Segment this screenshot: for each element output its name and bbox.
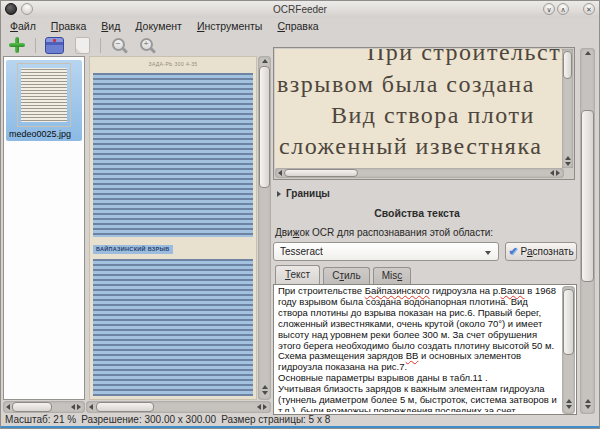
titlebar: OCRFeeder ∨ ∧ ✕ [1, 1, 599, 18]
recognize-document-icon [45, 37, 64, 54]
generate-document-button[interactable] [72, 35, 92, 55]
scroll-arrows[interactable] [258, 381, 271, 399]
preview-horizontal-scrollbar[interactable] [275, 168, 564, 178]
properties-panel: При строительств взрывом была создана Ви… [273, 46, 577, 415]
window-title: OCRFeeder [1, 4, 599, 15]
scrollbar-thumb[interactable] [581, 110, 594, 282]
tab-misc[interactable]: Misc [373, 267, 412, 284]
scroll-left-arrow[interactable] [3, 401, 12, 413]
statusbar: Масштаб: 21 % Разрешение: 300.00 x 300.0… [1, 413, 599, 426]
status-zoom: Масштаб: 21 % [5, 414, 76, 425]
document-page[interactable]: ЗАДА-РЬ 300 4-35 БАЙПАЗИНСКИЙ ВЗРЫВ [89, 56, 257, 400]
scroll-left-arrow[interactable] [275, 168, 284, 178]
chevron-down-icon [485, 251, 491, 255]
scroll-left-arrow[interactable] [86, 401, 95, 413]
scroll-arrows[interactable] [562, 156, 573, 166]
scrollbar-thumb[interactable] [12, 402, 52, 412]
text-properties-title: Свойства текста [273, 207, 561, 219]
region-image: При строительств взрывом была создана Ви… [275, 49, 562, 168]
scrollbar-thumb[interactable] [284, 169, 358, 177]
pages-horizontal-scrollbar[interactable] [3, 401, 85, 413]
preview-text-line: взрывом была создана [277, 70, 562, 99]
bounds-expander-label: Границы [286, 188, 330, 199]
panel-vertical-scrollbar[interactable] [580, 48, 595, 414]
bounds-expander[interactable]: Границы [277, 188, 330, 199]
scrollbar-thumb[interactable] [96, 402, 154, 412]
content-area-1[interactable] [93, 73, 253, 237]
tab-text[interactable]: Текст [275, 265, 320, 284]
text-properties-tabs: Текст Стиль Misc [275, 266, 411, 284]
scroll-up-arrow[interactable] [580, 48, 595, 57]
menu-help[interactable]: Справка [277, 20, 318, 32]
ocr-engine-label: Движок OCR для распознавания этой област… [275, 227, 493, 238]
maximize-button[interactable]: ∧ [557, 3, 569, 15]
page-thumbnail-selected[interactable]: medeo0025.jpg [6, 60, 82, 141]
recognize-button[interactable]: ✔ Распознать [505, 242, 577, 261]
scroll-up-arrow[interactable] [258, 56, 271, 65]
scroll-arrows[interactable] [562, 395, 575, 413]
page-icon [75, 37, 90, 54]
menu-file[interactable]: Файл [10, 20, 36, 32]
text-vertical-scrollbar[interactable] [562, 286, 575, 414]
expander-arrow-icon [277, 191, 281, 197]
scrollbar-thumb[interactable] [563, 51, 572, 79]
window-accent-strip [1, 426, 599, 428]
scroll-arrows[interactable] [580, 395, 595, 413]
region-image-preview: При строительств взрывом была создана Ви… [273, 47, 575, 180]
document-horizontal-scrollbar[interactable] [86, 401, 271, 413]
recognize-button-label: Распознать [521, 246, 574, 257]
toolbar-separator [35, 38, 36, 53]
ocr-text-editor[interactable]: При строительстве Байпазинского гидроузл… [273, 284, 577, 415]
scroll-arrows[interactable] [253, 401, 271, 413]
document-vertical-scrollbar[interactable] [258, 56, 271, 400]
zoom-out-button[interactable]: − [109, 35, 129, 55]
ocr-engine-combobox[interactable]: Tesseract [273, 242, 499, 261]
preview-vertical-scrollbar[interactable] [562, 49, 573, 168]
scrollbar-thumb[interactable] [259, 66, 270, 188]
content-area-2[interactable] [93, 259, 253, 396]
shade-button[interactable]: ∨ [543, 3, 555, 15]
ocr-text-content[interactable]: При строительстве Байпазинского гидроузл… [278, 286, 559, 412]
tab-style[interactable]: Стиль [323, 267, 369, 284]
menu-view[interactable]: Вид [101, 20, 120, 32]
pages-panel: medeo0025.jpg [3, 56, 85, 400]
content-area-heading[interactable]: БАЙПАЗИНСКИЙ ВЗРЫВ [93, 245, 173, 254]
status-resolution: Разрешение: 300.00 x 300.00 [81, 414, 216, 425]
close-button[interactable]: ✕ [583, 3, 595, 15]
zoom-in-button[interactable]: + [137, 35, 157, 55]
preview-text-line: Вид створа плоти [331, 101, 562, 130]
document-view: ЗАДА-РЬ 300 4-35 БАЙПАЗИНСКИЙ ВЗРЫВ [86, 56, 271, 400]
checkmark-icon: ✔ [508, 246, 517, 257]
ocr-engine-value: Tesseract [280, 246, 323, 257]
recognize-document-button[interactable] [44, 35, 64, 55]
zoom-in-icon: + [140, 38, 155, 53]
page-thumbnail-image [17, 63, 71, 127]
preview-text-line: сложенный известняка [279, 132, 562, 161]
ocrfeeder-window: OCRFeeder ∨ ∧ ✕ Файл Правка Вид Документ… [0, 0, 600, 429]
plus-icon [9, 37, 25, 53]
scroll-arrows[interactable] [546, 168, 564, 178]
scrollbar-thumb[interactable] [563, 289, 574, 355]
page-thumbnail-label: medeo0025.jpg [9, 129, 79, 139]
zoom-out-icon: − [112, 38, 127, 53]
preview-text-line: При строительств [367, 49, 562, 67]
toolbar-separator [100, 38, 101, 53]
add-image-button[interactable] [7, 35, 27, 55]
menu-document[interactable]: Документ [135, 20, 182, 32]
menu-edit[interactable]: Правка [51, 20, 86, 32]
menubar: Файл Правка Вид Документ Инструменты Спр… [1, 18, 599, 34]
scroll-arrows[interactable] [67, 401, 85, 413]
status-page-size: Размер страницы: 5 x 8 [221, 414, 330, 425]
menu-tools[interactable]: Инструменты [197, 20, 262, 32]
scanned-page-header: ЗАДА-РЬ 300 4-35 [89, 61, 257, 67]
